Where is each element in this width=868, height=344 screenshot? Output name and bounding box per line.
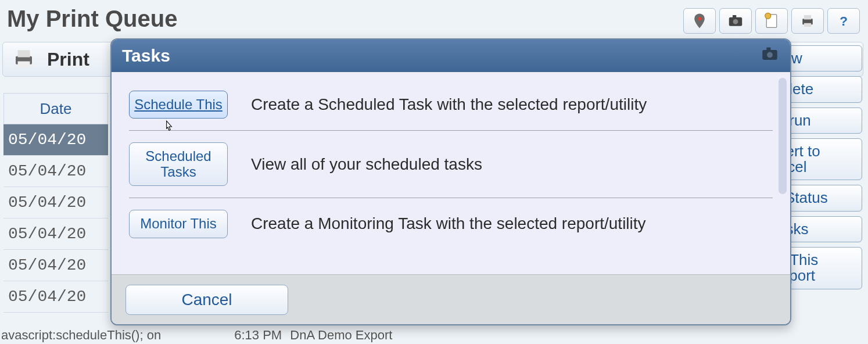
- svg-point-0: [698, 17, 701, 20]
- task-description: Create a Scheduled Task with the selecte…: [251, 95, 647, 114]
- print-label: Print: [47, 49, 89, 70]
- table-row[interactable]: 05/04/20: [3, 218, 108, 250]
- map-pin-icon[interactable]: [683, 8, 716, 34]
- monitor-this-button[interactable]: Monitor This: [129, 210, 228, 238]
- page-title: My Print Queue: [7, 6, 177, 32]
- scheduled-tasks-button[interactable]: Scheduled Tasks: [129, 142, 228, 186]
- task-row-scheduled-tasks: Scheduled Tasks View all of your schedul…: [129, 131, 773, 198]
- help-icon[interactable]: ?: [827, 8, 860, 34]
- modal-body: Schedule This Create a Scheduled Task wi…: [112, 72, 790, 274]
- status-bar: avascript:scheduleThis(); on 6:13 PM DnA…: [1, 328, 392, 343]
- schedule-page-icon[interactable]: [755, 8, 788, 34]
- task-row-schedule-this: Schedule This Create a Scheduled Task wi…: [129, 79, 773, 131]
- printer-icon[interactable]: [791, 8, 824, 34]
- tasks-modal: Tasks Schedule This Create a Scheduled T…: [110, 38, 791, 325]
- svg-rect-12: [18, 62, 30, 68]
- svg-rect-7: [804, 15, 812, 20]
- status-time: 6:13 PM: [234, 328, 282, 342]
- svg-rect-8: [804, 23, 812, 27]
- task-description: View all of your scheduled tasks: [251, 155, 482, 174]
- date-column-header[interactable]: Date: [3, 93, 108, 124]
- svg-rect-3: [733, 15, 736, 18]
- table-row[interactable]: 05/04/20: [3, 124, 108, 156]
- table-row[interactable]: 05/04/20: [3, 187, 108, 218]
- svg-point-2: [733, 19, 738, 24]
- scrollbar[interactable]: [779, 78, 787, 194]
- svg-text:?: ?: [840, 14, 848, 28]
- table-row[interactable]: 05/04/20: [3, 281, 108, 313]
- modal-footer: Cancel: [112, 274, 790, 324]
- modal-title: Tasks: [122, 46, 170, 66]
- svg-point-14: [767, 52, 773, 58]
- camera-icon[interactable]: [719, 8, 752, 34]
- svg-point-5: [765, 13, 771, 19]
- camera-icon[interactable]: [760, 44, 780, 68]
- task-description: Create a Monitoring Task with the select…: [251, 214, 646, 233]
- printer-large-icon[interactable]: [9, 46, 39, 73]
- svg-rect-11: [18, 50, 30, 57]
- modal-title-bar: Tasks: [112, 40, 790, 72]
- table-row[interactable]: 05/04/20: [3, 250, 108, 281]
- schedule-this-button[interactable]: Schedule This: [129, 91, 228, 119]
- table-row[interactable]: 05/04/20: [3, 156, 108, 187]
- task-row-monitor-this: Monitor This Create a Monitoring Task wi…: [129, 198, 773, 249]
- svg-rect-15: [766, 47, 770, 51]
- top-toolbar: ?: [683, 8, 860, 34]
- status-name: DnA Demo Export: [290, 328, 392, 342]
- date-column: 05/04/20 05/04/20 05/04/20 05/04/20 05/0…: [3, 124, 108, 313]
- cancel-button[interactable]: Cancel: [125, 285, 288, 315]
- status-script-text: avascript:scheduleThis(); on: [1, 328, 161, 342]
